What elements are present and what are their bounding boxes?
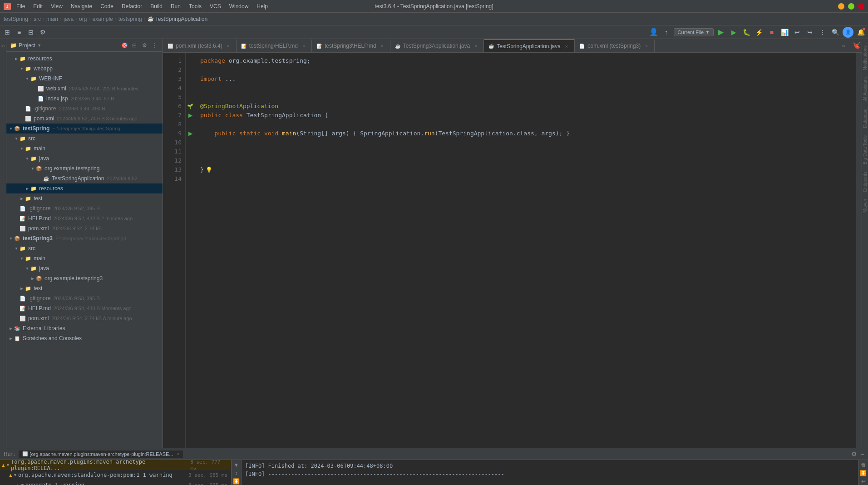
git-forward-button[interactable]: ↪: [804, 27, 815, 38]
tree-item-helpmd2[interactable]: ▷ 📝 HELP.md 2024/3/6 9:54, 430 B Moments…: [6, 303, 163, 313]
tree-item-testspring3[interactable]: ▼ 📦 testSpring3 E:\ideaproject\huigu\tes…: [6, 233, 163, 243]
notifications-sidebar-tab[interactable]: Notifications: [862, 43, 868, 73]
user-avatar[interactable]: 👤: [843, 27, 853, 38]
tree-item-test1[interactable]: ▶ 📁 test: [6, 193, 163, 203]
run-tree-item-2[interactable]: ▲ ▼ org.apache.maven:standalone-pom:pom:…: [0, 470, 231, 480]
run-button[interactable]: ▶: [715, 27, 726, 38]
tree-item-src1[interactable]: ▼ 📁 src: [6, 134, 163, 144]
maven-tab[interactable]: Maven: [862, 196, 868, 215]
more-actions-button[interactable]: ⋮: [817, 27, 828, 38]
tree-item-testspring[interactable]: ▼ 📦 testSpring E:\ideaproject\huigu\test…: [6, 124, 163, 134]
stop-button[interactable]: ■: [766, 27, 777, 38]
tab-tsapp-close[interactable]: ×: [563, 43, 570, 49]
bean-gutter-icon[interactable]: 🌱: [187, 102, 193, 111]
tree-item-indexjsp[interactable]: ▷ 📄 index.jsp 2024/3/6 9:44, 57 B: [6, 94, 163, 104]
minimize-button[interactable]: −: [838, 3, 844, 10]
bc-testspring-pkg[interactable]: testspring: [118, 16, 142, 22]
tab-testspring-help[interactable]: 📝 testSpring\HELP.md ×: [237, 40, 312, 52]
tree-item-scratches[interactable]: ▶ 📋 Scratches and Consoles: [6, 333, 163, 343]
run-tab-indicator[interactable]: ⬜ [org.apache.maven.plugins:maven-archet…: [19, 450, 183, 458]
tree-item-gitignore2[interactable]: ▷ 📄 .gitignore 2024/3/6 9:52, 395 B: [6, 203, 163, 213]
filter-button[interactable]: ▼: [234, 462, 239, 468]
run-with-coverage-button[interactable]: ⚡: [754, 27, 764, 38]
structure-button[interactable]: ≡: [14, 27, 25, 38]
bc-class[interactable]: ☕ TestSpringApplication: [148, 16, 207, 22]
tab-help-close[interactable]: ×: [301, 43, 307, 49]
panel-more-button[interactable]: ⋮: [150, 41, 159, 50]
menu-item-refactor[interactable]: Refactor: [118, 2, 146, 10]
bc-example[interactable]: example: [92, 16, 113, 22]
tree-item-src2[interactable]: ▼ 📁 src: [6, 243, 163, 253]
git-back-button[interactable]: ↩: [792, 27, 803, 38]
debug-button[interactable]: 🐛: [741, 27, 752, 38]
menu-item-view[interactable]: View: [47, 2, 66, 10]
tree-item-webxml[interactable]: ▷ ⬜ web.xml 2024/3/6 9:44, 222 B 5 minut…: [6, 84, 163, 94]
locate-file-button[interactable]: 🎯: [120, 41, 129, 50]
tree-item-main1[interactable]: ▼ 📁 main: [6, 144, 163, 153]
tab-ts3app-close[interactable]: ×: [473, 43, 479, 49]
run-gutter-7-icon[interactable]: ▶: [188, 111, 192, 120]
tree-item-pom1[interactable]: ▷ ⬜ pom.xml 2024/3/6 9:52, 74.6 B 3 minu…: [6, 114, 163, 124]
database-tab[interactable]: Database: [862, 106, 868, 131]
tree-item-webinf[interactable]: ▼ 📁 WEB-INF: [6, 74, 163, 84]
scroll-end-button[interactable]: ⏬: [233, 478, 240, 485]
tree-item-testspringapp[interactable]: ▷ ☕ TestSpringApplication 2024/3/6 9:52: [6, 173, 163, 183]
tree-item-pom2[interactable]: ▷ ⬜ pom.xml 2024/3/6 9:52, 2.74 kB: [6, 223, 163, 233]
tree-item-helpmd1[interactable]: ▷ 📝 HELP.md 2024/3/6 9:52, 432 B 2 minut…: [6, 213, 163, 223]
panel-dropdown-icon[interactable]: ▼: [37, 43, 41, 48]
tree-item-main2[interactable]: ▼ 📁 main: [6, 253, 163, 263]
tree-item-resources1[interactable]: ▶ 📁 resources: [6, 183, 163, 193]
run-tree-item-1[interactable]: ▲ ▼ [org.apache.maven.plugins:maven-arch…: [0, 460, 231, 470]
profile-button[interactable]: 👤: [648, 27, 659, 38]
notifications-button[interactable]: 🔔: [855, 27, 866, 38]
console-clear-button[interactable]: 🗑: [861, 462, 866, 468]
bigdata-tab[interactable]: Big Data Tools: [862, 133, 868, 167]
code-area[interactable]: package org.example.testspring; import .…: [195, 53, 856, 448]
search-button[interactable]: 🔍: [830, 27, 841, 38]
tree-item-pom3[interactable]: ▷ ⬜ pom.xml 2024/3/6 9:54, 2.74 kB A min…: [6, 313, 163, 323]
collapse-all-button[interactable]: ⊟: [130, 41, 139, 50]
editor-scrollbar[interactable]: ✓: [856, 53, 862, 448]
menu-item-tools[interactable]: Tools: [185, 2, 205, 10]
maximize-button[interactable]: □: [848, 3, 854, 10]
console-wrap-button[interactable]: ↩: [861, 478, 866, 485]
menu-item-run[interactable]: Run: [167, 2, 184, 10]
bc-main[interactable]: main: [46, 16, 58, 22]
ai-assistant-tab[interactable]: AI Assistant: [862, 74, 868, 104]
vcs-update-button[interactable]: ↑: [661, 27, 672, 38]
tree-item-extlibs[interactable]: ▶ 📚 External Libraries: [6, 323, 163, 333]
panel-settings-button[interactable]: ⚙: [140, 41, 149, 50]
tab-pom-close[interactable]: ×: [225, 43, 232, 49]
console-scroll-end-button[interactable]: ⏬: [860, 470, 867, 476]
tab-pom-testspring3[interactable]: 📄 pom.xml (testSpring3) ×: [575, 40, 655, 52]
endpoints-tab[interactable]: Endpoints: [862, 169, 868, 194]
tree-item-gitignore3[interactable]: ▷ 📄 .gitignore 2024/3/6 9:53, 395 B: [6, 293, 163, 303]
menu-item-navigate[interactable]: Navigate: [67, 2, 96, 10]
tab-pom-test364[interactable]: ⬜ pom.xml (test3.6.4) ×: [163, 40, 237, 52]
tree-item-java2[interactable]: ▼ 📁 java: [6, 263, 163, 273]
menu-item-vcs[interactable]: VCS: [206, 2, 225, 10]
toggle-tree-button[interactable]: ↕: [235, 470, 238, 476]
bookmark-button[interactable]: ⊟: [25, 27, 36, 38]
tree-item-gitignore1[interactable]: ▷ 📄 .gitignore 2024/3/6 9:44, 490 B: [6, 104, 163, 114]
bc-java[interactable]: java: [64, 16, 74, 22]
close-button[interactable]: ×: [858, 3, 864, 10]
tab-testspring3app[interactable]: ☕ TestSpring3Application.java ×: [390, 40, 484, 52]
run-gutter-9-icon[interactable]: ▶: [188, 129, 192, 138]
tree-item-orgexample3[interactable]: ▶ 📦 org.example.testspring3: [6, 273, 163, 283]
tree-item-orgexample[interactable]: ▼ 📦 org.example.testspring: [6, 163, 163, 173]
menu-item-build[interactable]: Build: [147, 2, 166, 10]
menu-item-file[interactable]: File: [13, 2, 29, 10]
run-panel-close-button[interactable]: −: [861, 450, 864, 458]
run-tab-close-icon[interactable]: ×: [177, 451, 179, 456]
tabs-overflow-button[interactable]: »: [838, 40, 849, 52]
tree-item-webapp[interactable]: ▼ 📁 webapp: [6, 64, 163, 74]
tab-pom3-close[interactable]: ×: [643, 43, 650, 49]
bc-testspring[interactable]: testSpring: [4, 16, 28, 22]
current-file-dropdown[interactable]: Current File ▼: [674, 28, 714, 36]
menu-item-help[interactable]: Help: [253, 2, 271, 10]
menu-item-code[interactable]: Code: [97, 2, 117, 10]
run-panel-settings-button[interactable]: ⚙: [851, 450, 857, 458]
tab-testspringapp[interactable]: ☕ TestSpringApplication.java ×: [484, 40, 575, 52]
tree-item-resources[interactable]: ▶ 📁 resources: [6, 54, 163, 64]
